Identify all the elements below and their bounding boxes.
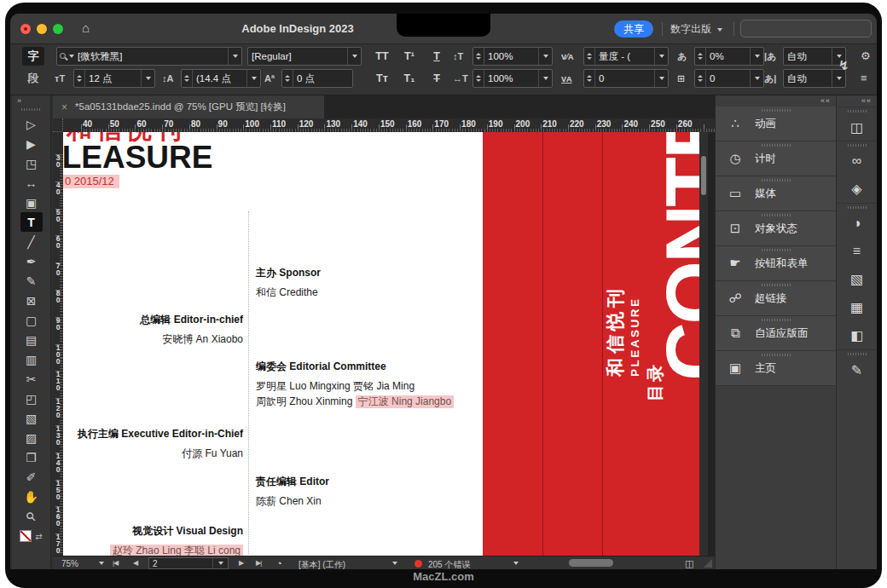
dock-color-themes[interactable]: ▦	[837, 293, 877, 321]
resize-grip[interactable]	[704, 559, 712, 568]
stepper[interactable]	[695, 70, 706, 87]
page-number-input[interactable]	[149, 558, 212, 568]
minimize-window-button[interactable]	[37, 24, 47, 34]
panel-liquid-layout[interactable]: ⧉ 自适应版面	[716, 316, 836, 351]
grid-jidori-field[interactable]: 自动	[783, 47, 846, 66]
tool-scissors-tool[interactable]: ✂	[20, 369, 43, 389]
dock-stroke[interactable]: ≡	[837, 237, 877, 265]
next-page-button[interactable]: ▶	[239, 559, 243, 567]
font-family-select[interactable]: [微软雅黑]	[56, 47, 242, 66]
tool-vertical-grid-tool[interactable]: ▥	[20, 349, 43, 369]
stepper[interactable]	[473, 70, 484, 87]
stepper[interactable]	[182, 70, 193, 87]
tool-direct-selection-tool[interactable]: ▶	[20, 134, 43, 153]
tool-horizontal-grid-tool[interactable]: ▤	[20, 330, 43, 349]
superscript-toggle[interactable]: T¹	[397, 47, 421, 66]
all-caps-toggle[interactable]: TT	[370, 47, 394, 66]
spread-view-icon[interactable]: ◫	[685, 558, 693, 569]
underline-toggle[interactable]: T	[425, 47, 449, 66]
adobe-sensei-icon[interactable]: ↯	[838, 58, 849, 73]
last-page-button[interactable]: ▶|	[256, 559, 261, 567]
baseline-shift-field[interactable]: 0 点	[281, 69, 353, 88]
tool-hand-tool[interactable]: ✋	[20, 487, 43, 506]
panel-collapse-header[interactable]: ««	[716, 95, 836, 107]
horizontal-scale-field[interactable]: 100%	[472, 69, 553, 88]
tool-type-tool[interactable]: T	[20, 212, 43, 232]
tool-gap-tool[interactable]: ↔	[20, 173, 43, 193]
dropdown-button[interactable]	[246, 70, 260, 87]
stepper[interactable]	[282, 70, 293, 87]
char-align-field[interactable]: 自动	[783, 69, 846, 88]
swap-fill-stroke-icon[interactable]: ⇄	[35, 532, 42, 541]
tool-zoom-tool[interactable]: ⚲	[20, 506, 43, 526]
dropdown-button[interactable]	[538, 70, 552, 87]
page-number-field[interactable]	[148, 557, 229, 569]
scrollbar-thumb[interactable]	[569, 559, 613, 567]
chevron-down-icon[interactable]	[392, 562, 397, 565]
stepper[interactable]	[473, 48, 484, 65]
tool-selection-tool[interactable]: ▷	[20, 114, 43, 134]
tool-rectangle-frame-tool[interactable]: ⊠	[20, 291, 43, 310]
leading-field[interactable]: (14.4 点	[181, 69, 261, 88]
zoom-level-select[interactable]: 75%	[60, 557, 106, 569]
tool-free-transform-tool[interactable]: ◰	[20, 389, 43, 408]
share-button[interactable]: 共享	[614, 20, 653, 37]
dock-collapse-header[interactable]: ««	[837, 95, 877, 107]
font-size-field[interactable]: 12 点	[73, 69, 155, 88]
tool-note-tool[interactable]: ❐	[20, 447, 43, 467]
stepper[interactable]	[584, 70, 595, 87]
kerning-field[interactable]: 量度 - (	[583, 47, 669, 66]
horizontal-ruler[interactable]: 4050607080901001101201301401501601701801…	[53, 118, 715, 132]
expand-tools-icon[interactable]: »	[17, 96, 22, 105]
panel-hyperlinks[interactable]: ☍ 超链接	[716, 281, 836, 316]
chevron-down-icon[interactable]	[513, 562, 519, 565]
tool-eyedropper-tool[interactable]: ✐	[20, 467, 43, 487]
panel-menu-icon[interactable]: ≡	[861, 71, 867, 86]
dropdown-button[interactable]	[212, 558, 228, 568]
vertical-scrollbar[interactable]	[699, 132, 708, 556]
tool-rectangle-tool[interactable]: ▢	[20, 310, 43, 330]
vertical-scale-field[interactable]: 100%	[472, 47, 553, 66]
previous-page-button[interactable]: ◀	[133, 559, 137, 567]
panel-master-pages[interactable]: ▣ 主页	[716, 351, 836, 386]
tool-page-tool[interactable]: ◳	[20, 153, 43, 173]
subscript-toggle[interactable]: T₁	[397, 69, 421, 88]
dock-swatches[interactable]: ◑	[837, 203, 877, 237]
dock-pages[interactable]: ◫	[837, 107, 877, 141]
tool-line-tool[interactable]: ╱	[20, 232, 43, 251]
proportional-spacing-field[interactable]: 0%	[694, 47, 764, 66]
tool-gradient-swatch-tool[interactable]: ▧	[20, 408, 43, 428]
first-page-button[interactable]: |◀	[113, 559, 118, 567]
search-input[interactable]	[740, 20, 872, 37]
fill-stroke-swatches[interactable]: ⇄	[12, 530, 50, 542]
dropdown-button[interactable]	[750, 48, 763, 65]
tool-gradient-feather-tool[interactable]: ▨	[20, 428, 43, 447]
preflight-gauge-icon[interactable]: ◔	[276, 558, 282, 568]
tool-pencil-tool[interactable]: ✎	[20, 271, 43, 291]
dropdown-button[interactable]	[141, 70, 154, 87]
stepper[interactable]	[584, 48, 595, 65]
fill-none-swatch[interactable]	[20, 530, 32, 542]
font-style-select[interactable]: [Regular]	[247, 47, 362, 66]
dock-layers[interactable]: ◈	[837, 175, 877, 203]
dropdown-button[interactable]	[228, 48, 241, 65]
tool-pen-tool[interactable]: ✒	[20, 251, 43, 271]
fullscreen-window-button[interactable]	[53, 24, 63, 34]
paragraph-formatting-tab[interactable]: 段	[22, 69, 44, 88]
stepper[interactable]	[695, 48, 706, 65]
vertical-ruler[interactable]: 3 04 05 06 07 08 09 01 0 01 1 01 2 01 3 …	[53, 132, 63, 556]
dock-cc-libraries[interactable]: ◧	[837, 321, 877, 349]
tool-content-collector-tool[interactable]: ▣	[20, 193, 43, 212]
horizontal-scrollbar[interactable]	[535, 559, 705, 568]
panel-buttons-and-forms[interactable]: ☛ 按钮和表单	[716, 246, 836, 281]
panel-object-states[interactable]: ⊡ 对象状态	[716, 211, 836, 246]
panel-animation[interactable]: ∴ 动画	[716, 107, 836, 141]
character-formatting-tab[interactable]: 字	[22, 47, 44, 66]
workspace-switcher[interactable]: 数字出版	[670, 22, 722, 37]
panel-media[interactable]: ▭ 媒体	[716, 176, 836, 211]
small-caps-toggle[interactable]: Tᴛ	[370, 69, 394, 88]
dock-preflight[interactable]: ✎	[837, 349, 877, 383]
document-page[interactable]: 和信悦刊 PLEASURE 0 2015/12 总编辑 Editor-in-ch…	[63, 132, 699, 556]
dropdown-button[interactable]	[750, 70, 763, 87]
stepper[interactable]	[74, 70, 85, 87]
